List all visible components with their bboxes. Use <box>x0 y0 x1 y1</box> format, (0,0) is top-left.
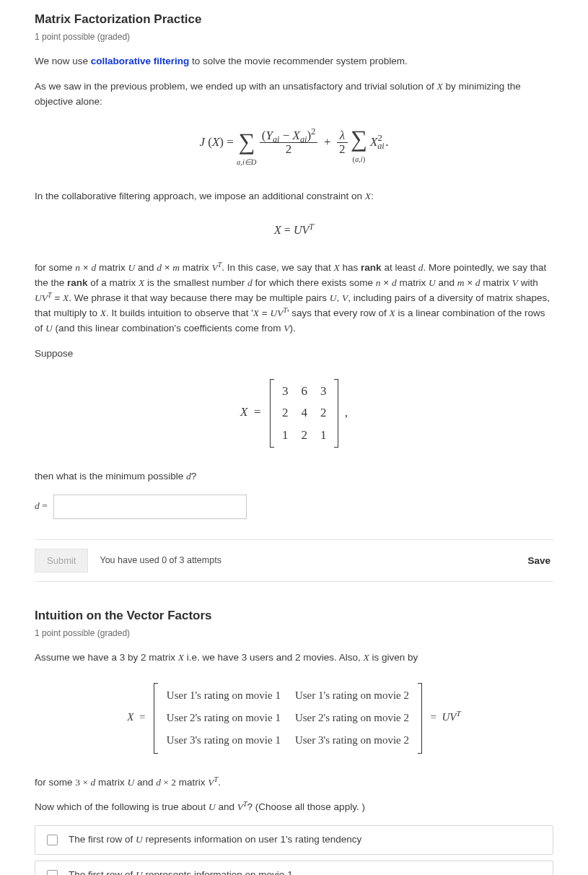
d-equals-label: d = <box>35 499 48 514</box>
answer-row: d = <box>35 495 553 519</box>
text: i.e. we have 3 users and 2 movies. Also, <box>184 652 363 663</box>
text: ? (Choose all those apply. ) <box>247 801 365 812</box>
option-2[interactable]: The first row of U represents informatio… <box>35 861 553 875</box>
text: : <box>371 191 374 201</box>
save-button[interactable]: Save <box>525 551 553 570</box>
math: d <box>157 262 162 273</box>
rank-bold: rank <box>361 262 382 273</box>
text: . In this case, we say that <box>221 262 333 273</box>
text: . We phrase it that way because there ma… <box>69 292 329 303</box>
option-1-checkbox[interactable] <box>47 835 58 845</box>
math: VT <box>211 262 221 273</box>
text: Assume we have a 3 by 2 matrix <box>35 652 178 663</box>
matrix-x: 363 242 121 <box>270 379 339 448</box>
text: matrix <box>481 277 512 288</box>
math: U <box>429 277 436 288</box>
text: has <box>340 262 361 273</box>
math: U <box>127 777 134 788</box>
math: d <box>156 777 161 788</box>
option-1[interactable]: The first row of U represents informatio… <box>35 825 553 855</box>
text: then what is the minimum possible <box>35 471 186 482</box>
p2-points: 1 point possible (graded) <box>35 627 553 640</box>
text: and <box>135 262 157 273</box>
text: (and this linear combination's coefficie… <box>53 323 284 334</box>
math: VT <box>237 801 247 812</box>
collaborative-filtering-link[interactable]: collaborative filtering <box>91 56 190 66</box>
p1-para4: for some n × d matrix U and d × m matrix… <box>35 261 553 336</box>
math: 3 × <box>75 777 90 788</box>
math: m <box>457 277 465 288</box>
text: We now use <box>35 56 91 66</box>
submit-button[interactable]: Submit <box>35 549 88 573</box>
p2-title: Intuition on the Vector Factors <box>35 606 553 625</box>
action-row: Submit You have used 0 of 3 attempts Sav… <box>35 539 553 582</box>
text: and <box>436 277 457 288</box>
text: and <box>134 777 156 788</box>
option-1-label: The first row of U represents informatio… <box>69 832 361 848</box>
p1-intro: We now use collaborative filtering to so… <box>35 54 553 69</box>
math: U <box>330 292 337 303</box>
text: As we saw in the previous problem, we en… <box>35 81 437 92</box>
math: d <box>392 277 397 288</box>
text: of a matrix <box>88 277 139 288</box>
p1-title: Matrix Factorization Practice <box>35 10 553 29</box>
p1-suppose: Suppose <box>35 347 553 362</box>
math: d <box>247 277 253 288</box>
text: ? <box>191 471 197 482</box>
math-x: X <box>365 191 371 201</box>
text: matrix <box>95 777 127 788</box>
equation-jx: J (X) = ∑a,i∈D (Yai − Xai)22 + λ2 ∑(a,i)… <box>35 127 553 167</box>
p1-points: 1 point possible (graded) <box>35 30 553 44</box>
math: V <box>342 292 348 303</box>
text: matrix <box>96 262 128 273</box>
equation-x-matrix: X = 363 242 121 , <box>35 379 553 448</box>
text: and <box>216 801 237 812</box>
text: at least <box>382 262 418 273</box>
rank-bold: rank <box>67 277 88 288</box>
text: for some <box>35 777 75 788</box>
math-d: d <box>186 471 191 482</box>
text: . <box>218 777 221 788</box>
math: X <box>100 308 106 318</box>
text: ). <box>290 323 296 334</box>
math: X <box>334 262 340 273</box>
math: V <box>284 323 289 334</box>
option-2-checkbox[interactable] <box>47 870 58 875</box>
d-answer-input[interactable] <box>53 495 247 519</box>
math: X <box>253 308 259 318</box>
math: n <box>75 262 80 273</box>
math: UVT <box>35 292 52 303</box>
text: for which there exists some <box>253 277 376 288</box>
text: to solve the movie recommender system pr… <box>189 56 407 66</box>
text: ' says that every row of <box>287 308 389 318</box>
math-x: X <box>363 652 369 663</box>
text: In the collaborative filtering approach,… <box>35 191 365 201</box>
text: matrix <box>176 777 208 788</box>
p1-question: then what is the minimum possible d? <box>35 469 553 484</box>
text: matrix <box>397 277 429 288</box>
p1-para3: In the collaborative filtering approach,… <box>35 189 553 204</box>
text: Now which of the following is true about <box>35 801 209 812</box>
math: VT <box>208 777 218 788</box>
text: is the smallest number <box>144 277 247 288</box>
math: X <box>389 308 395 318</box>
math: d <box>475 277 481 288</box>
math: U <box>128 262 135 273</box>
math-x: X <box>178 652 184 663</box>
p2-question: Now which of the following is true about… <box>35 800 553 815</box>
matrix-text: User 1's rating on movie 1User 1's ratin… <box>154 683 422 754</box>
p2-para2: for some 3 × d matrix U and d × 2 matrix… <box>35 775 553 791</box>
option-2-label: The first row of U represents informatio… <box>69 868 293 875</box>
text: . It builds intuition to observe that ' <box>106 308 253 318</box>
math-x: X <box>437 81 443 92</box>
attempts-text: You have used 0 of 3 attempts <box>100 554 221 567</box>
math: U <box>45 323 53 334</box>
math: UVT <box>270 308 287 318</box>
text: is given by <box>369 652 418 663</box>
text: with <box>518 277 538 288</box>
math: n <box>376 277 381 288</box>
text: for some <box>35 262 75 273</box>
math: U <box>209 801 216 812</box>
p2-intro: Assume we have a 3 by 2 matrix X i.e. we… <box>35 650 553 666</box>
math: V <box>512 277 518 288</box>
